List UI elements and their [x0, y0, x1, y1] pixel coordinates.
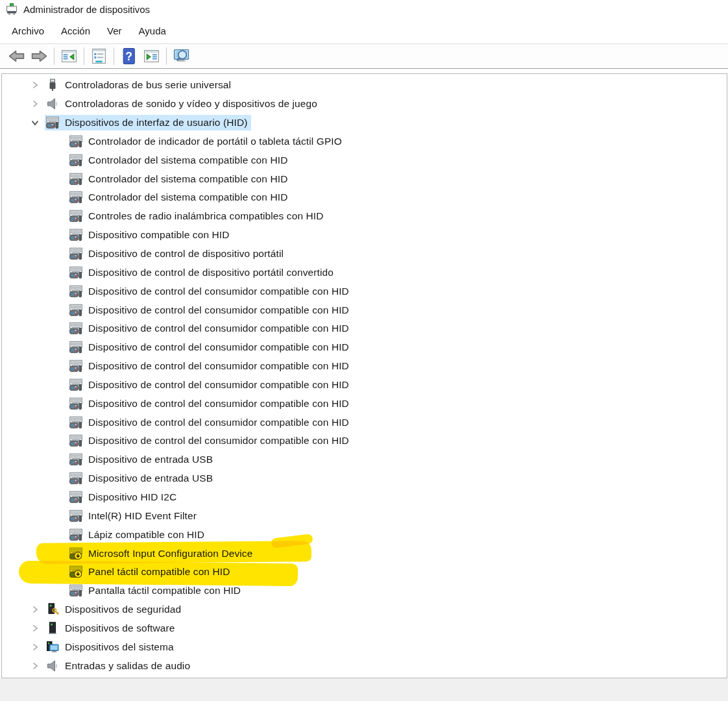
tree-item-label: Dispositivo de control del consumidor co… — [88, 435, 349, 447]
hid-disabled-icon — [69, 565, 82, 578]
hid-icon — [69, 453, 82, 466]
toolbar-separator — [84, 47, 84, 65]
audio-icon — [46, 97, 59, 110]
chevron-right-icon[interactable] — [30, 99, 40, 109]
hid-icon — [69, 360, 82, 373]
tree-item[interactable]: Lápiz compatible con HID — [2, 525, 727, 544]
tree-item-label: Dispositivos de seguridad — [65, 604, 181, 615]
tree-item[interactable]: Panel táctil compatible con HID — [2, 563, 727, 582]
tree-item[interactable]: Controladoras de bus serie universal — [2, 76, 727, 95]
scan-hardware-changes-button[interactable] — [170, 46, 193, 66]
tree-item-label: Dispositivo de control del consumidor co… — [88, 398, 349, 410]
tree-item[interactable]: Intel(R) HID Event Filter — [2, 506, 727, 525]
tree-item[interactable]: Dispositivo de control del consumidor co… — [2, 282, 727, 301]
tree-item[interactable]: Dispositivo de control del consumidor co… — [2, 338, 727, 357]
hid-icon — [69, 416, 82, 429]
tree-item[interactable]: Dispositivo de control del consumidor co… — [2, 357, 727, 376]
hid-icon — [69, 322, 82, 335]
hid-icon — [69, 434, 82, 447]
chevron-right-icon[interactable] — [30, 80, 40, 90]
help-button[interactable]: ? — [117, 46, 140, 66]
tree-item-label: Dispositivo de control del consumidor co… — [88, 417, 349, 428]
tree-item[interactable]: Dispositivo de control del consumidor co… — [2, 319, 727, 338]
tree-item[interactable]: Controlador del sistema compatible con H… — [2, 169, 727, 188]
tree-item-label: Pantalla táctil compatible con HID — [88, 585, 241, 596]
tree-item-label: Dispositivos del sistema — [65, 641, 174, 653]
toolbar-separator — [54, 47, 55, 65]
tree-item[interactable]: Controlador de indicador de portátil o t… — [2, 132, 727, 151]
tree-item[interactable]: Controlador del sistema compatible con H… — [2, 151, 727, 169]
tree-item[interactable]: Dispositivo de control del consumidor co… — [2, 413, 727, 432]
tree-item[interactable]: Dispositivo de entrada USB — [2, 469, 727, 488]
tree-item-label: Controladoras de sonido y vídeo y dispos… — [65, 98, 317, 110]
hid-icon — [69, 247, 82, 260]
tree-item[interactable]: Dispositivo de control del consumidor co… — [2, 376, 727, 395]
chevron-down-icon[interactable] — [30, 117, 40, 128]
hid-icon — [69, 173, 82, 186]
tree-item[interactable]: Pantalla táctil compatible con HID — [2, 582, 727, 600]
tree-item[interactable]: Dispositivo de control de dispositivo po… — [2, 263, 727, 282]
tree-item[interactable]: Dispositivos de software — [2, 619, 727, 637]
device-manager-icon — [6, 3, 18, 15]
help-icon: ? — [120, 47, 138, 65]
hid-icon — [69, 510, 82, 523]
tree-item[interactable]: Dispositivo de entrada USB — [2, 450, 727, 469]
tree-item-label: Dispositivo HID I2C — [88, 491, 176, 503]
tree-item-label: Dispositivo de control del consumidor co… — [88, 341, 349, 353]
tree-item-label: Controlador de indicador de portátil o t… — [88, 136, 342, 147]
device-tree: Controladoras de bus serie universalCont… — [2, 74, 727, 675]
console-tree-icon — [60, 47, 78, 65]
tree-item[interactable]: Dispositivos del sistema — [2, 637, 727, 656]
tree-item[interactable]: Dispositivo de control del consumidor co… — [2, 394, 727, 413]
tree-item[interactable]: Dispositivos de interfaz de usuario (HID… — [2, 114, 727, 132]
action-pane-button[interactable] — [140, 46, 163, 66]
back-button[interactable] — [5, 46, 28, 66]
toolbar-separator — [114, 47, 114, 65]
menu-ayuda[interactable]: Ayuda — [130, 21, 175, 40]
chevron-right-icon[interactable] — [30, 623, 40, 633]
hid-icon — [69, 378, 82, 391]
tree-item[interactable]: Dispositivo de control del consumidor co… — [2, 432, 727, 450]
hid-icon — [69, 135, 82, 148]
menu-accion[interactable]: Acción — [53, 21, 99, 40]
arrow-left-icon — [8, 47, 25, 65]
menu-ver[interactable]: Ver — [99, 21, 130, 40]
properties-icon — [90, 47, 108, 65]
tree-item-label: Dispositivos de software — [65, 622, 175, 634]
hid-icon — [69, 154, 82, 167]
hid-icon — [69, 285, 82, 298]
scan-icon — [173, 47, 190, 65]
chevron-right-icon[interactable] — [30, 604, 40, 615]
tree-item[interactable]: Microsoft Input Configuration Device — [2, 544, 727, 563]
hid-icon — [69, 491, 82, 504]
hid-icon — [69, 304, 82, 317]
tree-item[interactable]: Dispositivo compatible con HID — [2, 226, 727, 245]
device-tree-panel: Controladoras de bus serie universalCont… — [1, 73, 727, 678]
tree-item-label: Dispositivo de control del consumidor co… — [88, 323, 349, 334]
forward-button[interactable] — [28, 46, 51, 66]
tree-item-label: Entradas y salidas de audio — [65, 660, 190, 672]
tree-item[interactable]: Controlador del sistema compatible con H… — [2, 188, 727, 207]
properties-button[interactable] — [88, 46, 110, 66]
tree-item[interactable]: Dispositivo de control de dispositivo po… — [2, 245, 727, 264]
tree-item-label: Dispositivo de control del consumidor co… — [88, 286, 349, 297]
tree-item-label: Microsoft Input Configuration Device — [88, 548, 252, 560]
show-console-tree-button[interactable] — [58, 46, 80, 66]
chevron-right-icon[interactable] — [30, 661, 40, 671]
tree-item[interactable]: Controladoras de sonido y vídeo y dispos… — [2, 95, 727, 114]
security-icon — [46, 603, 59, 616]
tree-item[interactable]: Entradas y salidas de audio — [2, 656, 727, 675]
tree-item-label: Dispositivo de control de dispositivo po… — [88, 248, 284, 260]
tree-item-label: Lápiz compatible con HID — [88, 529, 204, 541]
tree-item[interactable]: Dispositivos de seguridad — [2, 600, 727, 619]
menu-archivo[interactable]: Archivo — [3, 21, 53, 40]
system-icon — [46, 641, 59, 654]
tree-item[interactable]: Dispositivo HID I2C — [2, 488, 727, 507]
tree-item-label: Dispositivo compatible con HID — [88, 229, 230, 241]
tree-item-label: Dispositivo de control de dispositivo po… — [88, 267, 334, 278]
tree-item[interactable]: Controles de radio inalámbrica compatibl… — [2, 207, 727, 226]
chevron-right-icon[interactable] — [30, 642, 40, 652]
hid-icon — [69, 528, 82, 541]
tree-item[interactable]: Dispositivo de control del consumidor co… — [2, 301, 727, 319]
hid-icon — [69, 228, 82, 241]
